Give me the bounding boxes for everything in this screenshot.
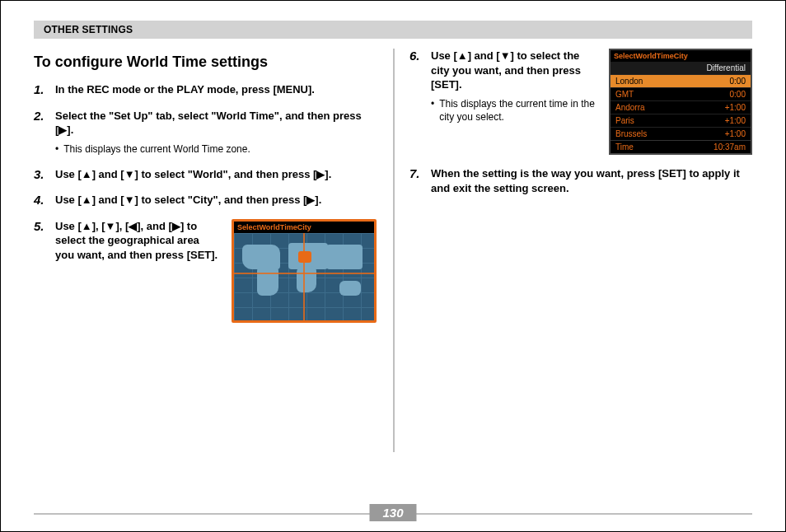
map-continent-icon: [339, 281, 361, 296]
two-column-layout: To configure World Time settings 1. In t…: [34, 49, 752, 469]
city-name: Brussels: [615, 129, 647, 138]
step-4-text: Use [▲] and [▼] to select "City", and th…: [55, 193, 321, 208]
city-row: Brussels +1:00: [611, 127, 751, 140]
city-diff: +1:00: [725, 103, 746, 112]
page-footer: 130: [34, 513, 752, 515]
step-2-sub: This displays the current World Time zon…: [63, 142, 250, 156]
step-4: 4. Use [▲] and [▼] to select "City", and…: [34, 193, 377, 208]
city-name: Andorra: [615, 103, 645, 112]
step-2: 2. Select the "Set Up" tab, select "Worl…: [34, 109, 377, 156]
city-row: Paris +1:00: [611, 114, 751, 127]
city-name: London: [615, 77, 643, 86]
map-crosshair-v-icon: [303, 233, 305, 320]
map-title: SelectWorldTimeCity: [234, 222, 374, 233]
city-diff: +1:00: [725, 116, 746, 125]
map-selected-region-icon: [298, 251, 311, 263]
city-row: GMT 0:00: [611, 87, 751, 100]
world-map-figure: SelectWorldTimeCity: [232, 219, 377, 323]
step-1-text: In the REC mode or the PLAY mode, press …: [55, 82, 315, 97]
step-1: 1. In the REC mode or the PLAY mode, pre…: [34, 82, 377, 97]
footer-label: Time: [615, 142, 634, 152]
manual-page: OTHER SETTINGS To configure World Time s…: [0, 0, 786, 532]
step-6-text: Use [▲] and [▼] to select the city you w…: [431, 49, 581, 91]
footer-rule: 130: [34, 513, 752, 515]
city-row-selected: London 0:00: [611, 74, 751, 87]
city-name: GMT: [615, 90, 634, 99]
city-list-figure: SelectWorldTimeCity Differential London …: [609, 49, 752, 155]
city-row: Andorra +1:00: [611, 100, 751, 114]
city-list-subtitle: Differential: [611, 62, 751, 74]
map-continent-icon: [297, 266, 316, 292]
section-header: OTHER SETTINGS: [34, 21, 752, 39]
step-6: 6. Use [▲] and [▼] to select the city yo…: [409, 49, 752, 155]
step-2-text: Select the "Set Up" tab, select "World T…: [55, 110, 362, 137]
step-3: 3. Use [▲] and [▼] to select "World", an…: [34, 167, 377, 182]
step-5-text: Use [▲], [▼], [◀], and [▶] to select the…: [55, 219, 220, 263]
city-list-footer: Time 10:37am: [611, 140, 751, 153]
left-column: To configure World Time settings 1. In t…: [34, 49, 386, 469]
map-continent-icon: [242, 245, 280, 269]
right-column: 6. Use [▲] and [▼] to select the city yo…: [386, 49, 752, 469]
step-5: 5. Use [▲], [▼], [◀], and [▶] to select …: [34, 219, 377, 323]
step-6-sub: This displays the current time in the ci…: [439, 97, 597, 124]
map-continent-icon: [326, 245, 363, 269]
city-list-title: SelectWorldTimeCity: [611, 50, 751, 62]
city-name: Paris: [615, 116, 634, 125]
page-number: 130: [369, 504, 416, 521]
step-3-text: Use [▲] and [▼] to select "World", and t…: [55, 167, 331, 182]
city-diff: +1:00: [725, 129, 746, 138]
city-diff: 0:00: [730, 77, 746, 86]
city-diff: 0:00: [730, 90, 746, 99]
column-divider: [393, 49, 395, 452]
footer-time: 10:37am: [713, 142, 746, 152]
page-title: To configure World Time settings: [34, 54, 377, 71]
step-7: 7. When the setting is the way you want,…: [409, 166, 752, 195]
step-7-text: When the setting is the way you want, pr…: [431, 166, 752, 195]
